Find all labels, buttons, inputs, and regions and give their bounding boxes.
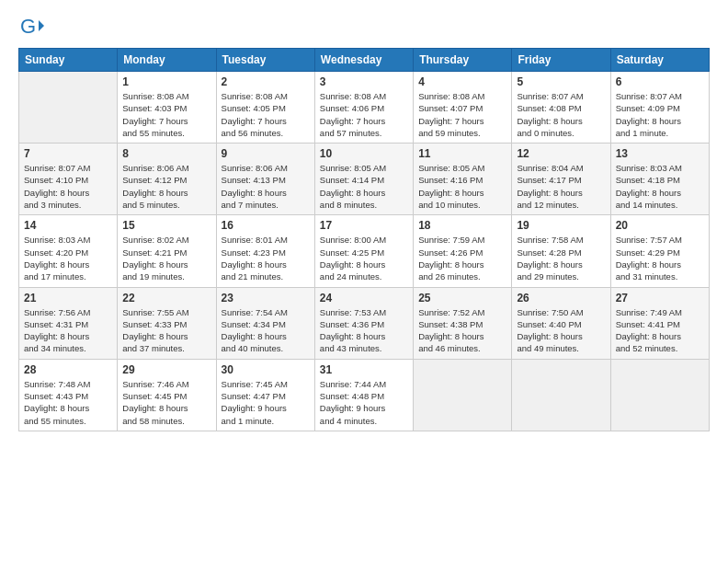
calendar-cell [512, 359, 610, 431]
calendar-cell: 27Sunrise: 7:49 AM Sunset: 4:41 PM Dayli… [610, 287, 709, 359]
day-info: Sunrise: 7:57 AM Sunset: 4:29 PM Dayligh… [616, 234, 704, 282]
day-number: 30 [222, 363, 310, 376]
day-number: 29 [122, 363, 210, 376]
calendar-cell: 13Sunrise: 8:03 AM Sunset: 4:18 PM Dayli… [610, 144, 709, 215]
day-info: Sunrise: 8:05 AM Sunset: 4:14 PM Dayligh… [320, 162, 408, 211]
day-number: 23 [222, 292, 310, 304]
day-info: Sunrise: 8:07 AM Sunset: 4:10 PM Dayligh… [24, 162, 112, 211]
day-number: 4 [418, 75, 506, 88]
calendar-cell [610, 359, 709, 431]
calendar-cell: 31Sunrise: 7:44 AM Sunset: 4:48 PM Dayli… [314, 359, 413, 431]
svg-text:G: G [20, 15, 36, 38]
day-number: 28 [24, 363, 112, 376]
day-info: Sunrise: 7:48 AM Sunset: 4:43 PM Dayligh… [24, 378, 112, 427]
calendar-cell: 11Sunrise: 8:05 AM Sunset: 4:16 PM Dayli… [414, 144, 512, 215]
day-number: 22 [122, 292, 210, 304]
calendar-cell: 1Sunrise: 8:08 AM Sunset: 4:03 PM Daylig… [118, 72, 216, 144]
calendar-cell: 19Sunrise: 7:58 AM Sunset: 4:28 PM Dayli… [512, 215, 610, 287]
day-number: 14 [24, 219, 112, 232]
logo: G [18, 15, 48, 40]
calendar-cell: 15Sunrise: 8:02 AM Sunset: 4:21 PM Dayli… [118, 215, 216, 287]
day-info: Sunrise: 7:46 AM Sunset: 4:45 PM Dayligh… [122, 378, 210, 427]
day-info: Sunrise: 8:08 AM Sunset: 4:05 PM Dayligh… [222, 90, 310, 139]
calendar-cell [19, 72, 118, 144]
day-number: 10 [320, 147, 408, 160]
day-info: Sunrise: 8:00 AM Sunset: 4:25 PM Dayligh… [320, 234, 408, 282]
day-info: Sunrise: 8:07 AM Sunset: 4:09 PM Dayligh… [616, 90, 704, 139]
day-info: Sunrise: 8:06 AM Sunset: 4:12 PM Dayligh… [122, 162, 210, 211]
day-number: 11 [418, 147, 506, 160]
calendar-cell: 20Sunrise: 7:57 AM Sunset: 4:29 PM Dayli… [610, 215, 709, 287]
day-info: Sunrise: 7:45 AM Sunset: 4:47 PM Dayligh… [222, 378, 310, 427]
calendar-cell: 12Sunrise: 8:04 AM Sunset: 4:17 PM Dayli… [512, 144, 610, 215]
day-info: Sunrise: 8:04 AM Sunset: 4:17 PM Dayligh… [517, 162, 605, 211]
calendar-cell: 25Sunrise: 7:52 AM Sunset: 4:38 PM Dayli… [414, 287, 512, 359]
weekday-header: Friday [512, 49, 610, 72]
calendar-cell: 16Sunrise: 8:01 AM Sunset: 4:23 PM Dayli… [216, 215, 314, 287]
day-info: Sunrise: 8:08 AM Sunset: 4:03 PM Dayligh… [122, 90, 210, 139]
weekday-header: Wednesday [314, 49, 413, 72]
day-number: 16 [222, 219, 310, 232]
calendar-cell: 8Sunrise: 8:06 AM Sunset: 4:12 PM Daylig… [118, 144, 216, 215]
page-header: G [18, 15, 710, 40]
day-number: 9 [222, 147, 310, 160]
calendar-cell: 10Sunrise: 8:05 AM Sunset: 4:14 PM Dayli… [314, 144, 413, 215]
day-info: Sunrise: 7:53 AM Sunset: 4:36 PM Dayligh… [320, 306, 408, 355]
calendar-cell: 22Sunrise: 7:55 AM Sunset: 4:33 PM Dayli… [118, 287, 216, 359]
day-number: 19 [517, 219, 605, 232]
day-number: 26 [517, 292, 605, 304]
calendar-cell: 21Sunrise: 7:56 AM Sunset: 4:31 PM Dayli… [19, 287, 118, 359]
day-info: Sunrise: 8:05 AM Sunset: 4:16 PM Dayligh… [418, 162, 506, 211]
svg-marker-1 [39, 20, 44, 31]
day-number: 6 [616, 75, 704, 88]
day-number: 1 [122, 75, 210, 88]
calendar-cell: 7Sunrise: 8:07 AM Sunset: 4:10 PM Daylig… [19, 144, 118, 215]
day-info: Sunrise: 7:49 AM Sunset: 4:41 PM Dayligh… [616, 306, 704, 355]
weekday-header: Monday [118, 49, 216, 72]
day-info: Sunrise: 7:50 AM Sunset: 4:40 PM Dayligh… [517, 306, 605, 355]
weekday-header: Thursday [414, 49, 512, 72]
calendar-cell: 14Sunrise: 8:03 AM Sunset: 4:20 PM Dayli… [19, 215, 118, 287]
day-info: Sunrise: 8:02 AM Sunset: 4:21 PM Dayligh… [122, 234, 210, 282]
day-number: 5 [517, 75, 605, 88]
day-info: Sunrise: 8:06 AM Sunset: 4:13 PM Dayligh… [222, 162, 310, 211]
day-info: Sunrise: 8:03 AM Sunset: 4:20 PM Dayligh… [24, 234, 112, 282]
calendar-cell: 6Sunrise: 8:07 AM Sunset: 4:09 PM Daylig… [610, 72, 709, 144]
day-info: Sunrise: 8:08 AM Sunset: 4:07 PM Dayligh… [418, 90, 506, 139]
weekday-header: Sunday [19, 49, 118, 72]
day-number: 31 [320, 363, 408, 376]
calendar-cell: 5Sunrise: 8:07 AM Sunset: 4:08 PM Daylig… [512, 72, 610, 144]
calendar-cell: 26Sunrise: 7:50 AM Sunset: 4:40 PM Dayli… [512, 287, 610, 359]
calendar-table: SundayMondayTuesdayWednesdayThursdayFrid… [18, 48, 710, 431]
day-number: 17 [320, 219, 408, 232]
calendar-cell: 18Sunrise: 7:59 AM Sunset: 4:26 PM Dayli… [414, 215, 512, 287]
day-number: 20 [616, 219, 704, 232]
day-number: 27 [616, 292, 704, 304]
day-number: 8 [122, 147, 210, 160]
calendar-cell: 23Sunrise: 7:54 AM Sunset: 4:34 PM Dayli… [216, 287, 314, 359]
day-info: Sunrise: 7:54 AM Sunset: 4:34 PM Dayligh… [222, 306, 310, 355]
day-number: 3 [320, 75, 408, 88]
calendar-cell: 4Sunrise: 8:08 AM Sunset: 4:07 PM Daylig… [414, 72, 512, 144]
day-number: 24 [320, 292, 408, 304]
calendar-cell: 24Sunrise: 7:53 AM Sunset: 4:36 PM Dayli… [314, 287, 413, 359]
day-number: 18 [418, 219, 506, 232]
day-info: Sunrise: 8:08 AM Sunset: 4:06 PM Dayligh… [320, 90, 408, 139]
calendar-cell: 28Sunrise: 7:48 AM Sunset: 4:43 PM Dayli… [19, 359, 118, 431]
calendar-cell: 9Sunrise: 8:06 AM Sunset: 4:13 PM Daylig… [216, 144, 314, 215]
day-info: Sunrise: 7:44 AM Sunset: 4:48 PM Dayligh… [320, 378, 408, 427]
day-number: 25 [418, 292, 506, 304]
day-info: Sunrise: 8:07 AM Sunset: 4:08 PM Dayligh… [517, 90, 605, 139]
calendar-cell: 30Sunrise: 7:45 AM Sunset: 4:47 PM Dayli… [216, 359, 314, 431]
day-number: 21 [24, 292, 112, 304]
calendar-cell [414, 359, 512, 431]
day-info: Sunrise: 8:01 AM Sunset: 4:23 PM Dayligh… [222, 234, 310, 282]
logo-icon: G [18, 15, 44, 40]
day-number: 15 [122, 219, 210, 232]
calendar-cell: 29Sunrise: 7:46 AM Sunset: 4:45 PM Dayli… [118, 359, 216, 431]
day-info: Sunrise: 7:58 AM Sunset: 4:28 PM Dayligh… [517, 234, 605, 282]
weekday-header: Saturday [610, 49, 709, 72]
day-info: Sunrise: 8:03 AM Sunset: 4:18 PM Dayligh… [616, 162, 704, 211]
day-number: 12 [517, 147, 605, 160]
day-info: Sunrise: 7:56 AM Sunset: 4:31 PM Dayligh… [24, 306, 112, 355]
